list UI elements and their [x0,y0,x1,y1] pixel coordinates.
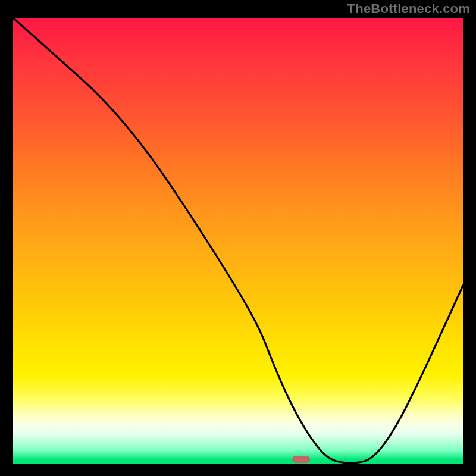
chart-frame: TheBottleneck.com [0,0,476,476]
gradient-plot-area [13,18,463,464]
watermark-text: TheBottleneck.com [347,1,470,17]
bottleneck-curve [13,18,463,464]
optimal-marker [292,456,310,463]
